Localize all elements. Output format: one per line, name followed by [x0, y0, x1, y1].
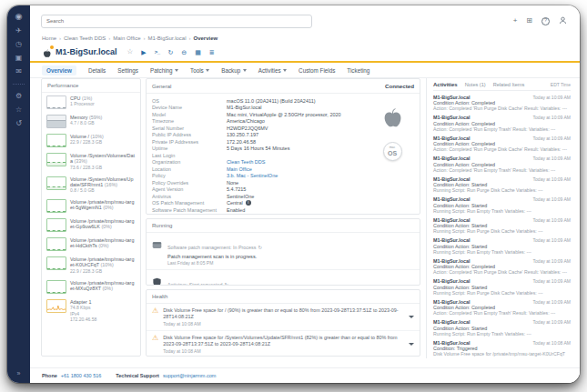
tab-settings[interactable]: Settings — [117, 67, 138, 74]
performance-metric[interactable]: Volume /private/tmp/msu-target-K0UrCFqT … — [42, 254, 140, 277]
health-alert-row[interactable]: ⚠ Disk Volume Free space for /System/Vol… — [147, 331, 420, 357]
metric-subvalue: 22.9 / 228.3 GB — [70, 269, 136, 275]
tab-activities-feed[interactable]: Activities — [433, 82, 458, 87]
dashboard-icon[interactable]: ◷ — [15, 41, 22, 48]
tab-notes[interactable]: Notes (1) — [465, 82, 486, 87]
activity-timestamp: Today at 10:09 AM — [533, 196, 571, 202]
inbox-icon[interactable]: ✉ — [15, 68, 22, 75]
tab-custom-fields[interactable]: Custom Fields — [299, 67, 335, 74]
organization-link[interactable]: Clean Teeth DDS — [227, 159, 370, 165]
performance-metric[interactable]: Volume /private/tmp/msu-target-MXuQz8XT … — [42, 277, 140, 297]
tab-related-items[interactable]: Related Items — [493, 82, 525, 87]
sidebar-expand-icon[interactable]: » — [17, 370, 21, 377]
performance-metric[interactable]: Volume /private/tmp/msu-target-HdCkthTs … — [42, 235, 140, 254]
field-label: Device Name — [152, 105, 227, 110]
user-profile-icon[interactable] — [559, 16, 567, 26]
metric-chart-thumbnail — [46, 115, 66, 128]
apps-grid-icon[interactable]: ⊞ — [526, 17, 532, 25]
activity-entry[interactable]: M1-BigSur.local Today at 10:09 AM Condit… — [433, 278, 571, 296]
running-description: Patch management scan is in progress. — [167, 254, 262, 259]
activity-device-link[interactable]: M1-BigSur.local — [433, 299, 470, 305]
search-input[interactable] — [41, 15, 312, 28]
more-actions-icon[interactable]: ≣ — [209, 49, 215, 55]
performance-metric[interactable]: Volume / (10%) 22.9 / 228.3 GB — [42, 131, 140, 150]
phone-link[interactable]: +61 1800 430 516 — [61, 373, 102, 378]
add-icon[interactable]: + — [513, 17, 518, 25]
activity-entry[interactable]: M1-BigSur.local Today at 10:09 AM Condit… — [433, 115, 571, 132]
metric-chart-thumbnail — [46, 176, 66, 190]
breadcrumb-separator: › — [59, 35, 61, 41]
settings-icon[interactable]: ⚙ — [15, 93, 22, 100]
activity-device-link[interactable]: M1-BigSur.local — [433, 196, 470, 202]
running-item-antivirus[interactable]: Antivirus: Start requested↻ 'AJ Singh' t… — [147, 269, 420, 286]
activity-device-link[interactable]: M1-BigSur.local — [433, 340, 470, 346]
activity-entry[interactable]: M1-BigSur.local Today at 10:09 AM Condit… — [433, 95, 571, 112]
activity-device-link[interactable]: M1-BigSur.local — [433, 136, 470, 141]
activity-entry[interactable]: M1-BigSur.local Today at 10:09 AM Condit… — [433, 196, 571, 214]
remote-control-icon[interactable]: ▦ — [195, 49, 201, 55]
reboot-icon[interactable]: ↻ — [167, 49, 173, 55]
announcements-icon[interactable]: ✈ — [15, 27, 22, 35]
tab-activities[interactable]: Activities — [258, 67, 287, 74]
metric-chart-thumbnail — [46, 218, 66, 232]
activity-device-link[interactable]: M1-BigSur.local — [433, 95, 470, 100]
recent-history-icon[interactable]: ↺ — [15, 120, 22, 127]
field-label: Policy — [152, 173, 227, 178]
devices-icon[interactable]: ▣ — [15, 55, 23, 62]
sidebar: ◉ ✈ ◷ ▣ ✉ ⚙ ☆ ↺ » — [7, 5, 30, 383]
activity-device-link[interactable]: M1-BigSur.local — [433, 176, 470, 182]
favorite-star-icon[interactable]: ☆ — [127, 48, 134, 55]
performance-metric[interactable]: Volume /System/Volumes/Data (33%) 73.6 /… — [42, 150, 140, 174]
expand-caret-icon[interactable] — [409, 316, 414, 318]
performance-metric[interactable]: Memory (59%) 4.7 / 8.0 GB — [42, 112, 140, 131]
activity-device-link[interactable]: M1-BigSur.local — [433, 258, 470, 264]
performance-metric[interactable]: Adapter 1 74.8 Kbps IPv4 172.20.46.58 — [42, 297, 140, 327]
activity-device-link[interactable]: M1-BigSur.local — [433, 115, 470, 120]
tab-tools[interactable]: Tools — [190, 67, 209, 74]
activity-device-link[interactable]: M1-BigSur.local — [433, 217, 470, 223]
info-icon[interactable] — [246, 200, 251, 206]
tab-patching[interactable]: Patching — [150, 67, 178, 74]
tab-overview[interactable]: Overview — [42, 65, 76, 75]
activity-entry[interactable]: M1-BigSur.local Today at 10:09 AM Condit… — [433, 299, 571, 317]
activity-device-link[interactable]: M1-BigSur.local — [433, 237, 470, 243]
performance-metric[interactable]: Volume /private/tmp/msu-target-5gWgemN1 … — [42, 196, 140, 216]
activity-entry[interactable]: M1-BigSur.local Today at 10:09 AM Condit… — [433, 217, 571, 235]
run-script-icon[interactable]: ▶ — [141, 49, 146, 55]
location-link[interactable]: Main Office — [227, 166, 370, 172]
breadcrumb-device[interactable]: M1-BigSur.local — [148, 35, 187, 41]
expand-caret-icon[interactable] — [409, 343, 414, 346]
performance-metric[interactable]: CPU (1%) 1 Processor — [42, 93, 140, 112]
activity-entry[interactable]: M1-BigSur.local Today at 10:08 AM Condit… — [433, 340, 571, 359]
activity-device-link[interactable]: M1-BigSur.local — [433, 156, 470, 161]
tab-backup[interactable]: Backup — [221, 67, 247, 74]
performance-metric[interactable]: Volume /System/Volumes/Update/SFR/mnt1 (… — [42, 174, 140, 197]
breadcrumb-location[interactable]: Main Office — [113, 35, 140, 41]
activity-entry[interactable]: M1-BigSur.local Today at 10:09 AM Condit… — [433, 237, 571, 255]
field-value: 130.250.7.197 — [227, 132, 370, 137]
help-icon[interactable]: ? — [541, 17, 550, 25]
running-item-patch[interactable]: Software patch management: In Process↻ P… — [147, 233, 420, 269]
support-email-link[interactable]: support@ninjarmm.com — [163, 373, 216, 378]
health-alert-row[interactable]: ⚠ Disk Volume Free space for / (90%) is … — [147, 304, 420, 331]
ninja-logo-icon[interactable]: ◉ — [15, 13, 23, 21]
activity-device-link[interactable]: M1-BigSur.local — [433, 319, 470, 325]
activity-entry[interactable]: M1-BigSur.local Today at 10:09 AM Condit… — [433, 319, 571, 337]
tab-details[interactable]: Details — [88, 67, 106, 74]
activity-device-link[interactable]: M1-BigSur.local — [433, 278, 470, 284]
breadcrumb-home[interactable]: Home — [42, 35, 56, 41]
terminal-icon[interactable]: >_ — [155, 49, 160, 55]
performance-metric[interactable]: Volume /private/tmp/msu-target-Gp9uw6LK … — [42, 216, 140, 235]
activity-entry[interactable]: M1-BigSur.local Today at 10:09 AM Condit… — [433, 258, 571, 276]
field-value: None — [227, 180, 370, 186]
metric-percent: (0%) — [98, 243, 108, 248]
policy-link[interactable]: 3.b. Mac - SentinelOne — [227, 173, 370, 178]
breadcrumb-organization[interactable]: Clean Teeth DDS — [64, 35, 106, 41]
activity-entry[interactable]: M1-BigSur.local Today at 10:09 AM Condit… — [433, 136, 571, 153]
macos-badge-icon: mac OS — [383, 142, 402, 161]
suspend-icon[interactable]: ⊖ — [181, 49, 187, 55]
activity-entry[interactable]: M1-BigSur.local Today at 10:09 AM Condit… — [433, 176, 571, 194]
favorites-star-icon[interactable]: ☆ — [15, 106, 22, 114]
activity-entry[interactable]: M1-BigSur.local Today at 10:09 AM Condit… — [433, 156, 571, 173]
tab-ticketing[interactable]: Ticketing — [347, 67, 369, 74]
